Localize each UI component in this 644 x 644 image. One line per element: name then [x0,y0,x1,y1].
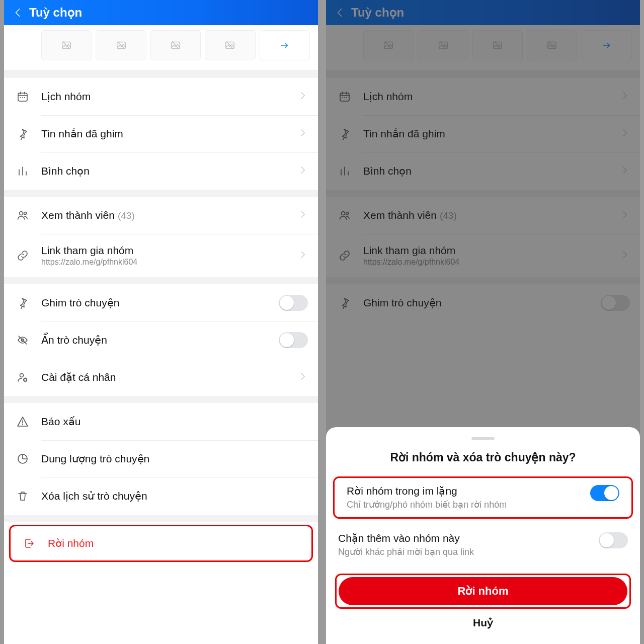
switch-hide-chat[interactable] [279,332,308,348]
row-label: Rời nhóm [48,537,301,549]
media-thumbnails [4,25,318,71]
chevron-right-icon [299,128,308,139]
row-label: Ẩn trò chuyện [41,334,279,346]
screen-right: Tuỳ chọn Lịch nhóm Tin nhắn đã ghim Bình… [322,0,644,644]
row-leave-group[interactable]: Rời nhóm [9,525,313,562]
row-label: Tin nhắn đã ghim [41,128,299,140]
sheet-grabber[interactable] [471,437,495,440]
screen-left: Tuỳ chọn Lịch nhóm Tin nhắn đã ghim Bình… [0,0,322,644]
option-leave-silently-highlight: Rời nhóm trong im lặng Chỉ trưởng/phó nh… [333,476,633,519]
broken-image-icon [170,40,181,51]
sheet-title: Rời nhóm và xóa trò chuyện này? [326,451,640,464]
back-button[interactable] [10,7,26,18]
chevron-right-icon [299,210,308,221]
chevron-right-icon [299,166,308,177]
row-view-members[interactable]: Xem thành viên(43) [4,197,318,234]
exit-icon [21,537,38,549]
row-chat-storage[interactable]: Dung lượng trò chuyện [4,440,318,477]
row-group-calendar[interactable]: Lịch nhóm [4,78,318,115]
broken-image-icon [116,40,127,51]
row-label: Dung lượng trò chuyện [41,453,308,465]
section-separator [4,277,318,284]
row-pinned-messages[interactable]: Tin nhắn đã ghim [4,115,318,152]
cancel-button[interactable]: Huỷ [326,617,640,629]
option-leave-silently: Rời nhóm trong im lặng Chỉ trưởng/phó nh… [335,478,631,517]
switch-block-readd[interactable] [599,532,628,548]
leave-button-highlight: Rời nhóm [335,574,631,609]
row-pin-chat: Ghim trò chuyện [4,284,318,321]
row-clear-history[interactable]: Xóa lịch sử trò chuyện [4,477,318,515]
chevron-right-icon [299,91,308,102]
row-sublabel: https://zalo.me/g/pfhnkl604 [41,258,299,267]
row-personal-settings[interactable]: Cài đặt cá nhân [4,359,318,396]
link-icon [14,250,31,262]
user-gear-icon [14,371,31,383]
members-count: (43) [118,210,135,221]
chevron-right-icon [299,372,308,383]
row-label: Lịch nhóm [41,91,299,103]
section-separator [4,190,318,197]
row-hide-chat: Ẩn trò chuyện [4,321,318,359]
members-icon [14,209,31,221]
pin-icon [14,128,31,140]
header: Tuỳ chọn [4,0,318,25]
row-label: Cài đặt cá nhân [41,371,299,383]
divider [338,522,628,522]
row-poll[interactable]: Bình chọn [4,152,318,190]
row-label: Xóa lịch sử trò chuyện [41,490,308,502]
section-separator [4,396,318,403]
leave-group-sheet: Rời nhóm và xóa trò chuyện này? Rời nhóm… [326,427,640,644]
broken-image-icon [224,40,235,51]
option-label: Rời nhóm trong im lặng [347,485,590,497]
leave-group-button[interactable]: Rời nhóm [339,577,627,605]
row-label: Bình chọn [41,165,299,177]
row-label: Link tham gia nhóm [41,245,299,257]
row-label: Xem thành viên(43) [41,209,299,221]
switch-leave-silently[interactable] [590,485,619,501]
chevron-left-icon [13,7,24,18]
chevron-right-icon [299,250,308,261]
calendar-icon [14,91,31,103]
section-separator [4,71,318,78]
option-sublabel: Người khác phải mời bạn qua link [338,546,599,557]
poll-icon [14,165,31,177]
header-title: Tuỳ chọn [29,6,82,20]
media-thumb[interactable] [150,30,201,60]
option-block-readd: Chặn thêm vào nhóm này Người khác phải m… [326,525,640,565]
broken-image-icon [61,40,72,51]
trash-icon [14,490,31,502]
option-sublabel: Chỉ trưởng/phó nhóm biết bạn rời nhóm [347,499,590,510]
warning-icon [14,416,31,428]
media-more-button[interactable] [260,30,310,60]
pin-icon [14,297,31,309]
switch-pin-chat[interactable] [279,295,308,311]
media-thumb[interactable] [41,30,92,60]
arrow-right-icon [279,40,290,51]
media-thumb[interactable] [96,30,146,60]
section-separator [4,515,318,522]
row-label: Ghim trò chuyện [41,297,279,309]
media-thumb[interactable] [205,30,255,60]
row-label: Báo xấu [41,416,308,428]
row-group-link[interactable]: Link tham gia nhóm https://zalo.me/g/pfh… [4,234,318,277]
pie-chart-icon [14,453,31,465]
row-report[interactable]: Báo xấu [4,403,318,440]
eye-off-icon [14,334,31,346]
option-label: Chặn thêm vào nhóm này [338,532,599,544]
